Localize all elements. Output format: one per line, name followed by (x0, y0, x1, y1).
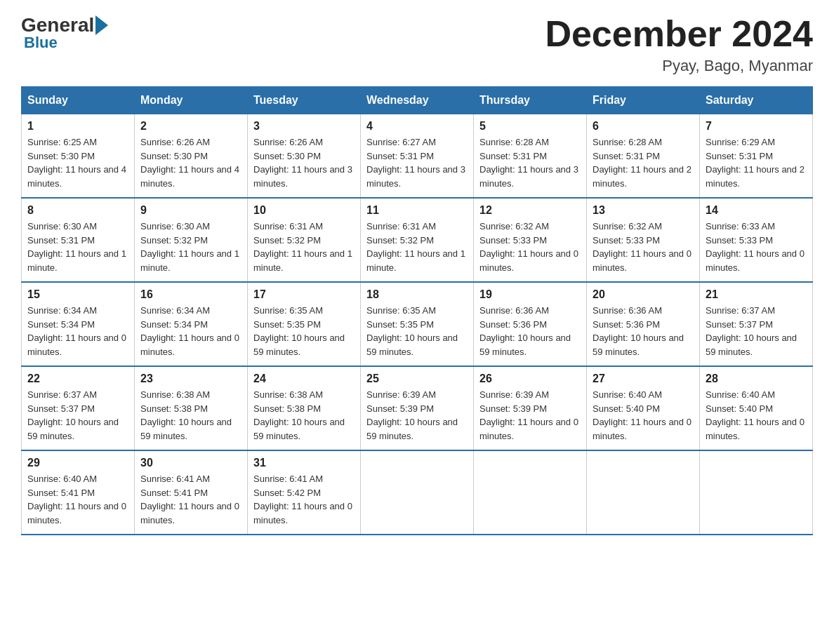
calendar-week-row: 15Sunrise: 6:34 AMSunset: 5:34 PMDayligh… (22, 282, 813, 366)
calendar-cell: 14Sunrise: 6:33 AMSunset: 5:33 PMDayligh… (700, 198, 813, 282)
calendar-cell: 3Sunrise: 6:26 AMSunset: 5:30 PMDaylight… (248, 114, 361, 199)
day-info: Sunrise: 6:41 AMSunset: 5:42 PMDaylight:… (253, 472, 355, 527)
calendar-week-row: 1Sunrise: 6:25 AMSunset: 5:30 PMDaylight… (22, 114, 813, 199)
calendar-cell: 13Sunrise: 6:32 AMSunset: 5:33 PMDayligh… (587, 198, 700, 282)
day-header-sunday: Sunday (22, 87, 135, 114)
day-number: 20 (593, 288, 694, 301)
calendar-cell: 10Sunrise: 6:31 AMSunset: 5:32 PMDayligh… (248, 198, 361, 282)
day-info: Sunrise: 6:26 AMSunset: 5:30 PMDaylight:… (253, 135, 355, 190)
calendar-cell: 15Sunrise: 6:34 AMSunset: 5:34 PMDayligh… (22, 282, 135, 366)
calendar-cell: 9Sunrise: 6:30 AMSunset: 5:32 PMDaylight… (135, 198, 248, 282)
title-area: December 2024 Pyay, Bago, Myanmar (545, 14, 813, 75)
day-header-friday: Friday (587, 87, 700, 114)
day-info: Sunrise: 6:28 AMSunset: 5:31 PMDaylight:… (479, 135, 581, 190)
day-header-monday: Monday (135, 87, 248, 114)
day-number: 7 (706, 120, 807, 133)
day-number: 23 (140, 373, 241, 385)
calendar-cell (361, 450, 474, 535)
day-header-wednesday: Wednesday (361, 87, 474, 114)
day-info: Sunrise: 6:31 AMSunset: 5:32 PMDaylight:… (253, 220, 355, 274)
calendar-cell: 2Sunrise: 6:26 AMSunset: 5:30 PMDaylight… (135, 114, 248, 199)
day-number: 13 (593, 204, 694, 217)
month-title: December 2024 (545, 14, 813, 54)
logo-arrow-icon (95, 15, 108, 35)
day-info: Sunrise: 6:38 AMSunset: 5:38 PMDaylight:… (140, 388, 241, 443)
day-number: 29 (27, 457, 128, 469)
calendar-cell: 12Sunrise: 6:32 AMSunset: 5:33 PMDayligh… (474, 198, 587, 282)
calendar-cell: 24Sunrise: 6:38 AMSunset: 5:38 PMDayligh… (248, 366, 361, 450)
day-number: 11 (366, 204, 468, 217)
day-number: 18 (366, 288, 468, 301)
day-info: Sunrise: 6:39 AMSunset: 5:39 PMDaylight:… (366, 388, 468, 443)
day-number: 15 (27, 288, 128, 301)
calendar-cell: 5Sunrise: 6:28 AMSunset: 5:31 PMDaylight… (474, 114, 587, 199)
calendar-cell: 18Sunrise: 6:35 AMSunset: 5:35 PMDayligh… (361, 282, 474, 366)
day-info: Sunrise: 6:38 AMSunset: 5:38 PMDaylight:… (253, 388, 355, 443)
day-number: 25 (366, 373, 468, 385)
calendar-cell: 16Sunrise: 6:34 AMSunset: 5:34 PMDayligh… (135, 282, 248, 366)
location-subtitle: Pyay, Bago, Myanmar (545, 57, 813, 75)
day-number: 31 (253, 457, 355, 469)
day-number: 19 (479, 288, 581, 301)
day-info: Sunrise: 6:40 AMSunset: 5:41 PMDaylight:… (27, 472, 128, 527)
day-number: 30 (140, 457, 241, 469)
calendar-cell: 21Sunrise: 6:37 AMSunset: 5:37 PMDayligh… (700, 282, 813, 366)
day-info: Sunrise: 6:34 AMSunset: 5:34 PMDaylight:… (27, 304, 128, 358)
calendar-cell: 20Sunrise: 6:36 AMSunset: 5:36 PMDayligh… (587, 282, 700, 366)
day-info: Sunrise: 6:35 AMSunset: 5:35 PMDaylight:… (253, 304, 355, 358)
calendar-header: SundayMondayTuesdayWednesdayThursdayFrid… (22, 87, 813, 114)
day-number: 12 (479, 204, 581, 217)
calendar-cell: 26Sunrise: 6:39 AMSunset: 5:39 PMDayligh… (474, 366, 587, 450)
day-info: Sunrise: 6:32 AMSunset: 5:33 PMDaylight:… (479, 220, 581, 274)
day-info: Sunrise: 6:30 AMSunset: 5:32 PMDaylight:… (140, 220, 241, 274)
day-number: 27 (593, 373, 694, 385)
calendar-cell: 4Sunrise: 6:27 AMSunset: 5:31 PMDaylight… (361, 114, 474, 199)
day-info: Sunrise: 6:41 AMSunset: 5:41 PMDaylight:… (140, 472, 241, 527)
calendar-cell: 23Sunrise: 6:38 AMSunset: 5:38 PMDayligh… (135, 366, 248, 450)
calendar-cell: 17Sunrise: 6:35 AMSunset: 5:35 PMDayligh… (248, 282, 361, 366)
day-info: Sunrise: 6:37 AMSunset: 5:37 PMDaylight:… (27, 388, 128, 443)
calendar-week-row: 22Sunrise: 6:37 AMSunset: 5:37 PMDayligh… (22, 366, 813, 450)
calendar-cell: 29Sunrise: 6:40 AMSunset: 5:41 PMDayligh… (22, 450, 135, 535)
calendar-cell: 25Sunrise: 6:39 AMSunset: 5:39 PMDayligh… (361, 366, 474, 450)
day-info: Sunrise: 6:25 AMSunset: 5:30 PMDaylight:… (27, 135, 128, 190)
day-info: Sunrise: 6:29 AMSunset: 5:31 PMDaylight:… (706, 135, 807, 190)
calendar-body: 1Sunrise: 6:25 AMSunset: 5:30 PMDaylight… (22, 114, 813, 535)
calendar-cell (700, 450, 813, 535)
day-info: Sunrise: 6:39 AMSunset: 5:39 PMDaylight:… (479, 388, 581, 443)
day-info: Sunrise: 6:40 AMSunset: 5:40 PMDaylight:… (706, 388, 807, 443)
day-number: 16 (140, 288, 241, 301)
day-number: 22 (27, 373, 128, 385)
days-of-week-row: SundayMondayTuesdayWednesdayThursdayFrid… (22, 87, 813, 114)
day-number: 6 (593, 120, 694, 133)
day-number: 9 (140, 204, 241, 217)
day-header-thursday: Thursday (474, 87, 587, 114)
day-number: 17 (253, 288, 355, 301)
calendar-cell: 1Sunrise: 6:25 AMSunset: 5:30 PMDaylight… (22, 114, 135, 199)
calendar-week-row: 29Sunrise: 6:40 AMSunset: 5:41 PMDayligh… (22, 450, 813, 535)
day-number: 21 (706, 288, 807, 301)
day-info: Sunrise: 6:31 AMSunset: 5:32 PMDaylight:… (366, 220, 468, 274)
day-info: Sunrise: 6:28 AMSunset: 5:31 PMDaylight:… (593, 135, 694, 190)
calendar-cell: 22Sunrise: 6:37 AMSunset: 5:37 PMDayligh… (22, 366, 135, 450)
calendar-cell: 31Sunrise: 6:41 AMSunset: 5:42 PMDayligh… (248, 450, 361, 535)
day-info: Sunrise: 6:36 AMSunset: 5:36 PMDaylight:… (479, 304, 581, 358)
day-info: Sunrise: 6:37 AMSunset: 5:37 PMDaylight:… (706, 304, 807, 358)
day-header-tuesday: Tuesday (248, 87, 361, 114)
day-info: Sunrise: 6:33 AMSunset: 5:33 PMDaylight:… (706, 220, 807, 274)
day-number: 3 (253, 120, 355, 133)
calendar-cell: 8Sunrise: 6:30 AMSunset: 5:31 PMDaylight… (22, 198, 135, 282)
calendar-cell: 11Sunrise: 6:31 AMSunset: 5:32 PMDayligh… (361, 198, 474, 282)
day-info: Sunrise: 6:27 AMSunset: 5:31 PMDaylight:… (366, 135, 468, 190)
day-number: 24 (253, 373, 355, 385)
day-header-saturday: Saturday (700, 87, 813, 114)
day-info: Sunrise: 6:26 AMSunset: 5:30 PMDaylight:… (140, 135, 241, 190)
calendar-table: SundayMondayTuesdayWednesdayThursdayFrid… (21, 86, 813, 535)
day-number: 10 (253, 204, 355, 217)
day-number: 28 (706, 373, 807, 385)
calendar-cell: 7Sunrise: 6:29 AMSunset: 5:31 PMDaylight… (700, 114, 813, 199)
calendar-cell: 30Sunrise: 6:41 AMSunset: 5:41 PMDayligh… (135, 450, 248, 535)
calendar-cell (587, 450, 700, 535)
calendar-cell: 27Sunrise: 6:40 AMSunset: 5:40 PMDayligh… (587, 366, 700, 450)
day-number: 26 (479, 373, 581, 385)
